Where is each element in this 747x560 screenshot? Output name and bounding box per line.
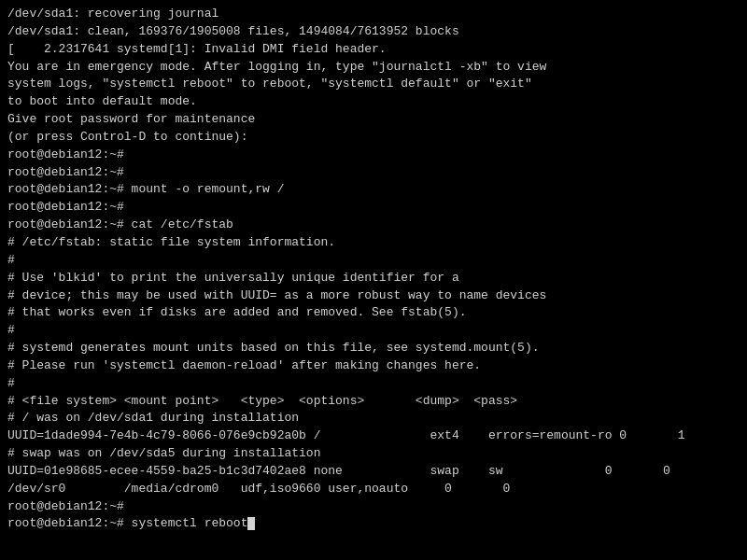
terminal-line: /dev/sda1: recovering journal <box>7 6 740 23</box>
terminal-cursor <box>247 517 255 530</box>
terminal-line: # swap was on /dev/sda5 during installat… <box>7 445 740 463</box>
terminal-line: # Please run 'systemctl daemon-reload' a… <box>7 357 740 375</box>
terminal-line: UUID=01e98685-ecee-4559-ba25-b1c3d7402ae… <box>7 463 740 481</box>
terminal-line: # systemd generates mount units based on… <box>7 340 740 357</box>
terminal-output: /dev/sda1: recovering journal/dev/sda1: … <box>7 6 740 533</box>
terminal-line: root@debian12:~# <box>7 199 740 217</box>
terminal-line: root@debian12:~# systemctl reboot <box>7 515 740 533</box>
terminal-line: root@debian12:~# <box>7 147 740 164</box>
terminal-line: root@debian12:~# mount -o remount,rw / <box>7 181 740 199</box>
terminal-line: # <box>7 322 740 340</box>
terminal-line: UUID=1dade994-7e4b-4c79-8066-076e9cb92a0… <box>7 427 740 445</box>
terminal-line: root@debian12:~# cat /etc/fstab <box>7 217 740 234</box>
terminal-line: system logs, "systemctl reboot" to reboo… <box>7 76 740 93</box>
terminal-line: Give root password for maintenance <box>7 111 740 129</box>
terminal-line: (or press Control-D to continue): <box>7 129 740 147</box>
terminal-line: root@debian12:~# <box>7 164 740 182</box>
terminal-line: You are in emergency mode. After logging… <box>7 59 740 77</box>
terminal-line: to boot into default mode. <box>7 93 740 111</box>
terminal-line: # device; this may be used with UUID= as… <box>7 287 740 305</box>
terminal-line: # <file system> <mount point> <type> <op… <box>7 393 740 411</box>
terminal-line: /dev/sr0 /media/cdrom0 udf,iso9660 user,… <box>7 481 740 498</box>
terminal-line: # /etc/fstab: static file system informa… <box>7 234 740 252</box>
terminal-line: # <box>7 375 740 393</box>
terminal-window[interactable]: /dev/sda1: recovering journal/dev/sda1: … <box>0 0 747 560</box>
terminal-line: # that works even if disks are added and… <box>7 304 740 322</box>
terminal-line: # Use 'blkid' to print the universally u… <box>7 270 740 287</box>
terminal-line: root@debian12:~# <box>7 498 740 516</box>
terminal-line: # / was on /dev/sda1 during installation <box>7 410 740 427</box>
terminal-line: /dev/sda1: clean, 169376/1905008 files, … <box>7 23 740 41</box>
terminal-line: # <box>7 252 740 270</box>
terminal-line: [ 2.2317641 systemd[1]: Invalid DMI fiel… <box>7 41 740 59</box>
